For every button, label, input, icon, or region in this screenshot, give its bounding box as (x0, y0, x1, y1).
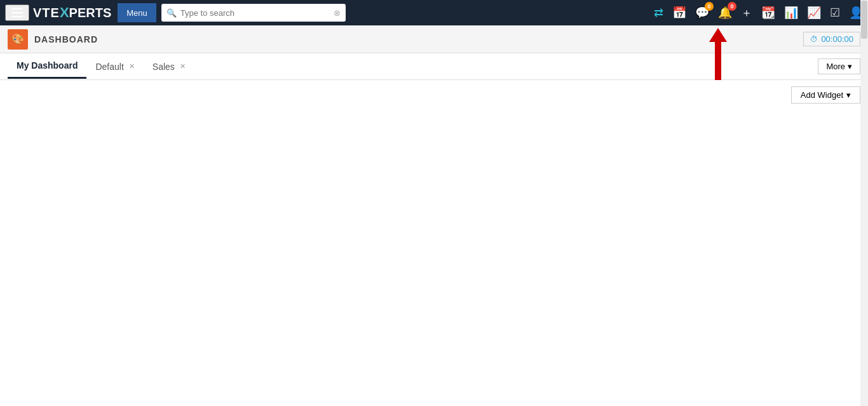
calendar-nav-icon[interactable]: 📆 (761, 6, 775, 20)
notifications-badge: 0 (728, 2, 736, 11)
search-input[interactable] (180, 8, 334, 18)
logo-vt-text: VTE (33, 6, 60, 20)
messages-badge: 0 (705, 2, 714, 11)
more-button-label: More (826, 62, 845, 71)
app-logo: VTE X PERTS (33, 4, 111, 21)
tab-sales-label: Sales (153, 62, 175, 72)
more-caret-icon: ▾ (848, 62, 852, 71)
dashboard-header: 🎨 DASHBOARD ⏱ 00:00:00 (0, 25, 868, 53)
top-navigation: VTE X PERTS Menu 🔍 ⊗ ⇄ 📅 💬 0 🔔 0 ＋ 📆 📊 📈… (0, 0, 868, 25)
search-clear-icon[interactable]: ⊗ (334, 8, 341, 18)
timer-value: 00:00:00 (821, 34, 853, 44)
action-row: Add Widget ▾ (0, 80, 868, 110)
logo-perts-text: PERTS (69, 6, 112, 20)
notifications-bell-icon[interactable]: 🔔 0 (718, 6, 732, 20)
add-widget-label: Add Widget (801, 90, 843, 100)
tab-default-close-icon[interactable]: ✕ (129, 62, 135, 71)
add-icon[interactable]: ＋ (741, 5, 752, 20)
tab-sales-close-icon[interactable]: ✕ (180, 62, 186, 71)
calendar-icon[interactable]: 📅 (672, 6, 686, 20)
add-widget-caret-icon: ▾ (846, 90, 851, 100)
tab-default[interactable]: Default ✕ (86, 55, 143, 78)
search-box: 🔍 ⊗ (161, 4, 346, 22)
tabs-row: My Dashboard Default ✕ Sales ✕ More ▾ (0, 53, 868, 80)
messages-icon[interactable]: 💬 0 (695, 6, 709, 20)
tab-my-dashboard-label: My Dashboard (17, 60, 78, 71)
page-title: DASHBOARD (34, 34, 803, 44)
tab-my-dashboard[interactable]: My Dashboard (8, 54, 86, 79)
clock-icon: ⏱ (810, 35, 818, 44)
main-content-area (0, 110, 868, 402)
timer-box[interactable]: ⏱ 00:00:00 (803, 32, 860, 46)
more-button[interactable]: More ▾ (818, 58, 860, 74)
bar-chart-icon[interactable]: 📊 (784, 6, 798, 20)
crm-sync-icon[interactable]: ⇄ (654, 6, 663, 20)
tab-default-label: Default (95, 62, 123, 72)
line-chart-icon[interactable]: 📈 (807, 6, 821, 20)
scrollbar-thumb[interactable] (861, 1, 867, 39)
add-widget-button[interactable]: Add Widget ▾ (791, 86, 860, 104)
checklist-icon[interactable]: ☑ (830, 6, 840, 20)
hamburger-menu-button[interactable] (5, 4, 29, 21)
dashboard-icon: 🎨 (8, 29, 28, 50)
nav-icons-group: ⇄ 📅 💬 0 🔔 0 ＋ 📆 📊 📈 ☑ 👤 (654, 5, 863, 20)
tab-sales[interactable]: Sales ✕ (144, 55, 194, 78)
menu-button[interactable]: Menu (118, 3, 156, 22)
search-icon: 🔍 (166, 8, 177, 18)
logo-x-text: X (60, 4, 69, 21)
scrollbar[interactable] (860, 0, 868, 402)
